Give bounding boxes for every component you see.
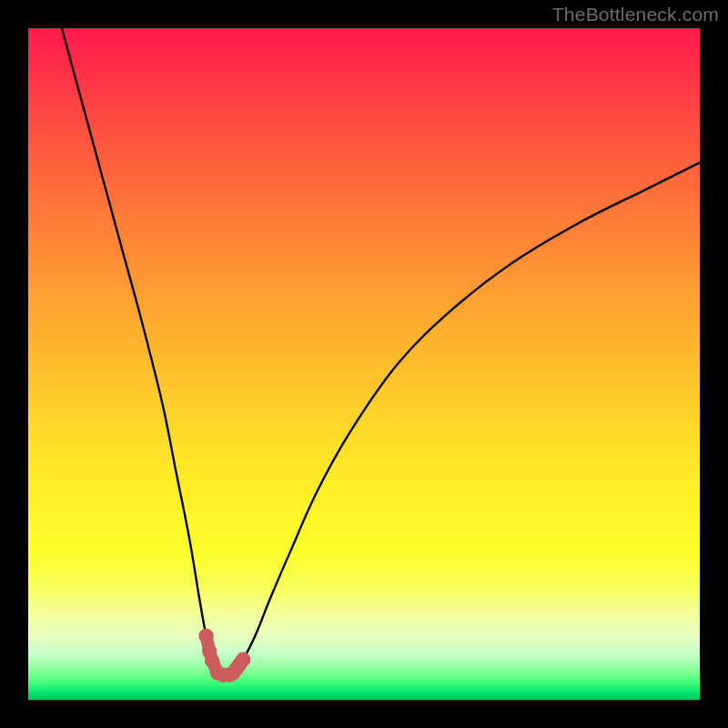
bottleneck-curve-path	[62, 28, 700, 674]
marker-dot	[236, 652, 250, 667]
near-minimum-markers	[198, 629, 250, 682]
marker-dot	[198, 629, 213, 643]
chart-frame: TheBottleneck.com	[0, 0, 728, 728]
bottleneck-curve	[62, 28, 700, 674]
plot-svg	[28, 28, 700, 700]
plot-area	[28, 28, 700, 700]
watermark-text: TheBottleneck.com	[552, 4, 719, 25]
